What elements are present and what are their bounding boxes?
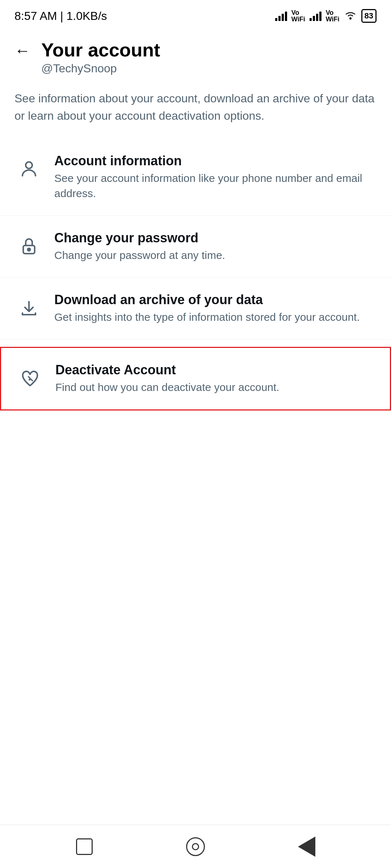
- download-archive-content: Download an archive of your data Get ins…: [54, 292, 377, 325]
- vo-wifi-label-1: VoWiFi: [291, 9, 305, 22]
- bottom-navigation: [0, 825, 391, 868]
- menu-item-deactivate-account[interactable]: Deactivate Account Find out how you can …: [0, 347, 391, 410]
- nav-back-button[interactable]: [294, 834, 319, 859]
- svg-point-3: [28, 248, 30, 251]
- status-icons: VoWiFi VoWiFi 83: [275, 9, 377, 23]
- deactivate-account-title: Deactivate Account: [55, 362, 375, 378]
- status-bar: 8:57 AM | 1.0KB/s VoWiFi VoWiFi: [0, 0, 391, 29]
- vo-wifi-label-2: VoWiFi: [326, 9, 340, 22]
- menu-list: Account information See your account inf…: [0, 139, 391, 418]
- lock-icon: [14, 232, 43, 261]
- account-username: @TechySnoop: [41, 62, 160, 75]
- svg-point-0: [349, 17, 352, 20]
- page-description: See information about your account, down…: [0, 82, 391, 139]
- back-icon: [298, 837, 315, 857]
- download-archive-title: Download an archive of your data: [54, 292, 377, 307]
- account-information-desc: See your account information like your p…: [54, 171, 377, 201]
- download-archive-desc: Get insights into the type of informatio…: [54, 310, 377, 325]
- page-header: ← Your account @TechySnoop: [0, 29, 391, 82]
- recents-icon: [76, 838, 93, 855]
- back-button[interactable]: ←: [14, 43, 30, 59]
- menu-item-download-archive[interactable]: Download an archive of your data Get ins…: [0, 278, 391, 340]
- header-text-group: Your account @TechySnoop: [41, 40, 160, 75]
- broken-heart-icon: [16, 364, 45, 393]
- wifi-icon: [344, 10, 357, 22]
- signal-icon: [275, 11, 287, 21]
- battery-indicator: 83: [361, 9, 377, 23]
- status-time: 8:57 AM | 1.0KB/s: [14, 9, 107, 23]
- home-icon: [186, 837, 205, 856]
- account-information-title: Account information: [54, 153, 377, 169]
- account-information-content: Account information See your account inf…: [54, 153, 377, 201]
- menu-item-account-information[interactable]: Account information See your account inf…: [0, 139, 391, 216]
- change-password-content: Change your password Change your passwor…: [54, 230, 377, 263]
- change-password-title: Change your password: [54, 230, 377, 246]
- signal-icon-2: [310, 11, 321, 21]
- nav-home-button[interactable]: [183, 834, 208, 859]
- svg-point-1: [26, 162, 32, 169]
- page-title: Your account: [41, 40, 160, 60]
- menu-item-change-password[interactable]: Change your password Change your passwor…: [0, 216, 391, 278]
- download-icon: [14, 294, 43, 323]
- deactivate-account-desc: Find out how you can deactivate your acc…: [55, 380, 375, 395]
- person-icon: [14, 155, 43, 184]
- deactivate-account-content: Deactivate Account Find out how you can …: [55, 362, 375, 395]
- nav-recents-button[interactable]: [72, 834, 97, 859]
- change-password-desc: Change your password at any time.: [54, 248, 377, 263]
